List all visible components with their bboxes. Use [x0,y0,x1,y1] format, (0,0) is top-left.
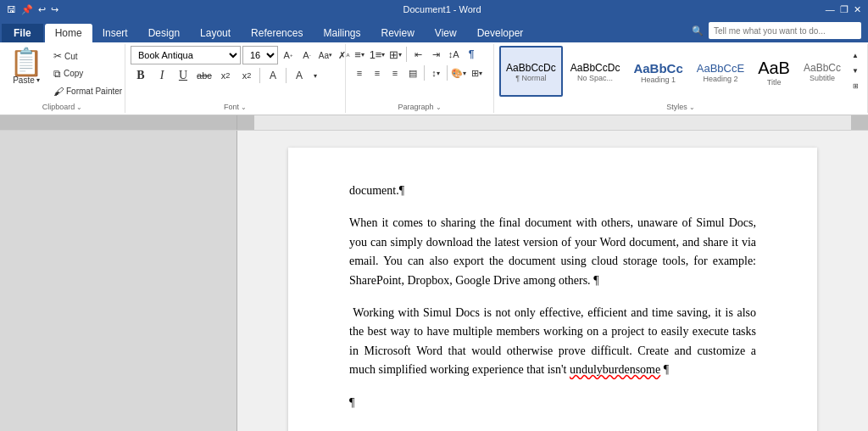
document-text: document.¶ When it comes to sharing the … [349,182,756,412]
paragraph-group: ≡▾ 1≡▾ ⊞▾ ⇤ ⇥ ↕A ¶ ≡ ≡ ≡ ▤ ↕▾ 🎨▾ ⊞▾ [346,44,494,113]
content-area: document.¶ When it comes to sharing the … [0,131,868,431]
ribbon-content: 📋 Paste ▾ ✂ Cut ⧉ Copy 🖌 Format Pa [0,42,868,115]
clipboard-group: 📋 Paste ▾ ✂ Cut ⧉ Copy 🖌 Format Pa [0,44,125,113]
font-color-dropdown[interactable]: ▾ [310,67,320,84]
paragraph-expand-icon[interactable]: ⌄ [436,104,442,111]
tab-insert[interactable]: Insert [92,24,138,42]
sidebar-ruler [0,115,237,130]
styles-expand-icon[interactable]: ⌄ [689,104,695,111]
align-right-button[interactable]: ≡ [387,64,403,81]
style-no-spacing-preview: AaBbCcDc [570,62,620,74]
show-marks-button[interactable]: ¶ [463,46,480,63]
style-heading1-preview: AaBbCc [633,61,682,76]
change-case-button[interactable]: Aa▾ [317,47,334,64]
para2-text: When it comes to sharing the final docum… [349,216,756,286]
style-normal-preview: AaBbCcDc [506,62,556,74]
numbering-button[interactable]: 1≡▾ [369,46,386,63]
paste-button[interactable]: 📋 Paste ▾ [5,46,47,102]
title-bar-right: — ❐ ✕ [826,4,861,15]
multilevel-list-button[interactable]: ⊞▾ [387,46,403,63]
clipboard-group-label: Clipboard ⌄ [5,102,120,113]
font-group-label: Font ⌄ [131,102,340,113]
increase-indent-button[interactable]: ⇥ [427,46,444,63]
tab-home[interactable]: Home [45,24,92,42]
font-shrink-button[interactable]: A- [298,47,315,64]
font-expand-icon[interactable]: ⌄ [241,104,247,111]
style-subtitle-preview: AaBbCc [804,62,841,74]
line-spacing-button[interactable]: ↕▾ [427,64,444,81]
paragraph-3: Working with Simul Docs is not only effe… [349,304,756,380]
cut-button[interactable]: ✂ Cut [49,48,126,64]
align-left-button[interactable]: ≡ [351,64,368,81]
tab-developer[interactable]: Developer [467,24,534,42]
font-size-select[interactable]: 16 [242,46,278,64]
strikethrough-button[interactable]: abc [194,66,214,85]
font-group: Book Antiqua 16 A+ A- Aa▾ ✗A B I U abc x… [125,44,346,113]
styles-group-label: Styles ⌄ [499,102,862,113]
style-normal[interactable]: AaBbCcDc ¶ Normal [499,46,563,97]
cut-icon: ✂ [53,50,62,62]
document-page: document.¶ When it comes to sharing the … [288,148,817,431]
style-subtitle-label: Subtitle [810,74,835,82]
paragraph-2: When it comes to sharing the final docum… [349,214,756,290]
subscript-button[interactable]: x2 [215,66,236,85]
style-heading1-label: Heading 1 [641,76,676,84]
sort-button[interactable]: ↕A [445,46,462,63]
main-ruler [237,115,868,130]
title-bar: 🖫 📌 ↩ ↪ Document1 - Word — ❐ ✕ [0,0,868,19]
style-normal-label: ¶ Normal [515,74,546,82]
paragraph-group-label: Paragraph ⌄ [351,102,488,113]
bold-button[interactable]: B [131,66,151,85]
para1-text: document. [349,184,399,197]
style-no-spacing[interactable]: AaBbCcDc No Spac... [565,46,626,97]
tab-review[interactable]: Review [370,24,424,42]
title-bar-left: 🖫 📌 ↩ ↪ [7,4,58,15]
title-bar-title: Document1 - Word [403,4,481,14]
copy-icon: ⧉ [53,68,61,80]
styles-more[interactable]: ⊞ [849,78,862,93]
justify-button[interactable]: ▤ [404,64,421,81]
tab-references[interactable]: References [241,24,313,42]
ruler-area [0,115,868,131]
paragraph-4: ¶ [349,394,756,412]
divider2 [286,68,287,83]
styles-group: AaBbCcDc ¶ Normal AaBbCcDc No Spac... Aa… [494,44,868,113]
font-grow-button[interactable]: A+ [280,47,297,64]
style-heading2[interactable]: AaBbCcE Heading 2 [691,46,750,97]
ribbon-tabs-row: File Home Insert Design Layout Reference… [0,19,868,42]
style-subtitle[interactable]: AaBbCc Subtitle [798,46,847,97]
format-painter-icon: 🖌 [53,86,64,98]
underline-button[interactable]: U [173,66,193,85]
text-highlight-button[interactable]: A [263,66,283,85]
style-title-label: Title [767,78,782,87]
tell-me-search[interactable] [709,22,861,39]
paste-label: Paste ▾ [13,76,40,85]
sidebar [0,131,237,431]
tab-file[interactable]: File [2,24,43,42]
copy-button[interactable]: ⧉ Copy [49,65,126,82]
font-color-button[interactable]: A [289,66,309,85]
paste-icon: 📋 [9,48,43,76]
font-name-select[interactable]: Book Antiqua [131,46,241,64]
superscript-button[interactable]: x2 [236,66,257,85]
tab-view[interactable]: View [425,24,467,42]
tab-layout[interactable]: Layout [190,24,241,42]
tab-design[interactable]: Design [138,24,190,42]
italic-button[interactable]: I [152,66,172,85]
decrease-indent-button[interactable]: ⇤ [409,46,426,63]
clipboard-expand-icon[interactable]: ⌄ [76,104,82,111]
paragraph-1: document.¶ [349,182,756,200]
borders-button[interactable]: ⊞▾ [468,64,485,81]
shading-button[interactable]: 🎨▾ [450,64,467,81]
format-painter-button[interactable]: 🖌 Format Painter [49,83,126,100]
spell-error-word: undulyburdensome [570,363,660,376]
divider [259,68,260,83]
style-title[interactable]: AaB Title [752,46,796,97]
document-area[interactable]: document.¶ When it comes to sharing the … [237,131,868,431]
styles-scroll-up[interactable]: ▲ [849,48,862,63]
tab-mailings[interactable]: Mailings [313,24,370,42]
styles-scroll-down[interactable]: ▼ [849,63,862,78]
style-heading1[interactable]: AaBbCc Heading 1 [627,46,688,97]
align-center-button[interactable]: ≡ [369,64,386,81]
bullets-button[interactable]: ≡▾ [351,46,368,63]
